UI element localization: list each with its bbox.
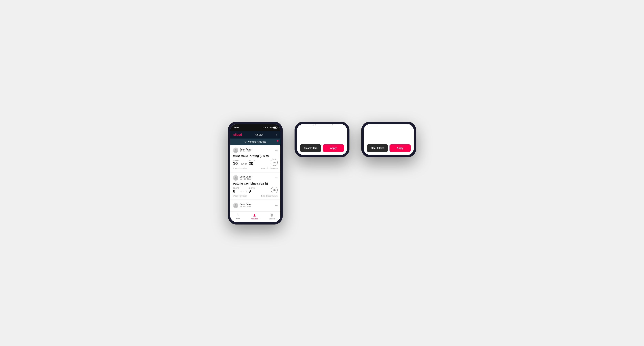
svg-point-1 — [235, 176, 236, 178]
signal-icon: ▲▲▲ — [263, 127, 268, 129]
svg-point-0 — [235, 149, 236, 151]
app-header-1: clippd Activity ≡ — [230, 131, 280, 139]
nav-activities-label-1: Activities — [251, 218, 258, 220]
data-source-1: Data: Clippd Capture — [261, 167, 278, 169]
avatar-3 — [233, 203, 238, 208]
score-value-2: 0 — [233, 189, 239, 193]
shots-value-1: 20 — [248, 162, 255, 166]
user-name-2: Josh Coles — [240, 175, 252, 178]
capture-icon: ⊕ — [270, 213, 273, 217]
putt-btn-3[interactable]: PUTT — [367, 124, 378, 126]
bottom-nav-1: ⌂ Home ♟ Activities ⊕ Capture — [230, 211, 280, 222]
user-name-1: Josh Coles — [240, 148, 252, 150]
modal-footer-2: Clear Filters Apply — [300, 144, 344, 152]
score-value-1: 10 — [233, 162, 239, 166]
viewing-bar-text-1: Viewing Activities — [248, 141, 266, 143]
filter-modal-2: Filter ✕ Show Rounds Practice Drills Rou… — [297, 124, 347, 155]
svg-point-2 — [235, 204, 236, 206]
viewing-bar-1[interactable]: ⚙ Viewing Activities — [230, 139, 280, 145]
user-info-1: Josh Coles 28 Feb 2023 — [233, 148, 252, 153]
modal-footer-3: Clear Filters Apply — [367, 144, 411, 152]
round-filter-buttons-2: Practice Tournament — [300, 124, 344, 126]
wifi-icon: WiFi — [269, 127, 272, 129]
out-of-2: OUT OF — [240, 191, 247, 192]
time-1: 11:33 — [234, 126, 239, 129]
phone-2: 11:33 ▲▲▲ WiFi clippd Activity ≡ ⚙ Viewi… — [294, 122, 350, 157]
more-dots-1[interactable]: ••• — [275, 149, 278, 152]
data-source-2: Data: Clippd Capture — [261, 195, 278, 197]
more-dots-3[interactable]: ••• — [275, 204, 278, 207]
activities-icon: ♟ — [253, 213, 256, 217]
clear-filters-btn-2[interactable]: Clear Filters — [300, 144, 321, 152]
user-info-2: Josh Coles 28 Feb 2023 — [233, 175, 252, 181]
info-icon-2: ℹ — [233, 195, 234, 197]
activity-title-1: Must Make Putting (3-6 ft) — [233, 154, 278, 158]
apply-btn-2[interactable]: Apply — [323, 144, 344, 152]
clear-filters-btn-3[interactable]: Clear Filters — [367, 144, 388, 152]
test-info-text-2: Test Information — [234, 195, 247, 197]
tournament-round-btn-2[interactable]: Tournament — [315, 124, 332, 126]
nav-home-1[interactable]: ⌂ Home — [236, 213, 240, 220]
home-icon: ⌂ — [237, 213, 239, 217]
more-dots-2[interactable]: ••• — [275, 176, 278, 179]
user-date-2: 28 Feb 2023 — [240, 178, 252, 180]
filter-modal-3: Filter ✕ Show Rounds Practice Drills Pra… — [364, 124, 414, 155]
user-date-3: 28 Feb 2023 — [240, 205, 252, 208]
out-of-1: OUT OF — [240, 163, 247, 165]
menu-icon-1[interactable]: ≡ — [276, 133, 277, 136]
filter-icon-1: ⚙ — [244, 141, 247, 143]
test-info-text-1: Test Information — [234, 167, 247, 169]
nav-capture-1[interactable]: ⊕ Capture — [269, 213, 275, 220]
activity-item-2[interactable]: Josh Coles 28 Feb 2023 ••• Putting Combi… — [230, 173, 280, 199]
user-name-3: Josh Coles — [240, 203, 252, 205]
activity-item-1[interactable]: Josh Coles 28 Feb 2023 ••• Must Make Put… — [230, 145, 280, 172]
apply-btn-3[interactable]: Apply — [390, 144, 411, 152]
status-icons-1: ▲▲▲ WiFi — [263, 127, 277, 129]
header-title-1: Activity — [255, 133, 263, 136]
avatar-1 — [233, 148, 238, 153]
nav-home-label-1: Home — [236, 218, 240, 220]
phone-3: 11:33 ▲▲▲ WiFi clippd Activity ≡ ⚙ Viewi… — [361, 122, 416, 157]
battery-icon — [273, 127, 277, 129]
avatar-2 — [233, 175, 238, 181]
nav-capture-label-1: Capture — [269, 218, 275, 220]
status-bar-1: 11:33 ▲▲▲ WiFi — [230, 124, 280, 131]
drill-filter-buttons-3: OTT APP ARG PUTT — [367, 124, 411, 126]
activity-list-1: Josh Coles 28 Feb 2023 ••• Must Make Put… — [230, 145, 280, 210]
user-date-1: 28 Feb 2023 — [240, 150, 252, 153]
shots-value-2: 9 — [248, 189, 255, 193]
logo-1: clippd — [233, 133, 242, 137]
info-icon-1: ℹ — [233, 167, 234, 169]
shot-quality-badge-2: 45 — [271, 187, 278, 193]
activity-item-3[interactable]: Josh Coles 28 Feb 2023 ••• — [230, 200, 280, 210]
notification-dot-1 — [277, 140, 278, 142]
shot-quality-badge-1: 75 — [271, 159, 278, 166]
phone-1: 11:33 ▲▲▲ WiFi clippd Activity ≡ ⚙ Viewi… — [228, 122, 283, 224]
nav-activities-1[interactable]: ♟ Activities — [251, 213, 258, 220]
activity-title-2: Putting Combine (3-15 ft) — [233, 182, 278, 185]
phones-container: 11:33 ▲▲▲ WiFi clippd Activity ≡ ⚙ Viewi… — [228, 122, 416, 224]
user-info-3: Josh Coles 28 Feb 2023 — [233, 203, 252, 208]
practice-round-btn-2[interactable]: Practice — [300, 124, 314, 126]
